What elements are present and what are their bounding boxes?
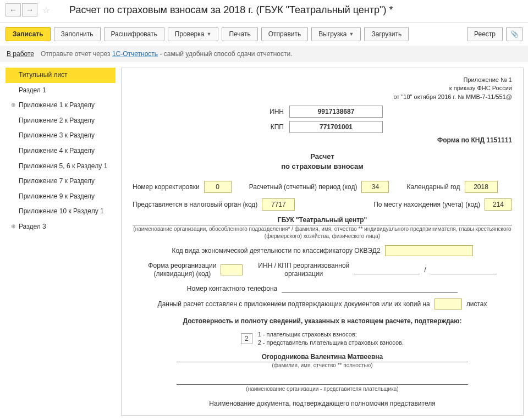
representative-org-input[interactable] xyxy=(177,376,468,385)
page-title: Расчет по страховым взносам за 2018 г. (… xyxy=(69,4,393,16)
period-label: Расчетный (отчетный) период (код) xyxy=(249,183,358,191)
sidebar-item[interactable]: Приложение 3 к Разделу xyxy=(6,128,116,143)
reorg-kpp-input[interactable] xyxy=(431,266,497,274)
phone-label: Номер контактного телефона xyxy=(187,285,277,292)
reorg-code-input[interactable] xyxy=(221,264,243,275)
year-label: Календарный год xyxy=(406,183,460,191)
sidebar-item-label: Приложение 3 к Разделу xyxy=(19,131,95,140)
check-button[interactable]: Проверка▼ xyxy=(168,27,219,41)
form-app-header: Приложение № 1 к приказу ФНС России от "… xyxy=(133,76,512,101)
fill-button[interactable]: Заполнить xyxy=(54,27,101,41)
sidebar-item-label: Раздел 1 xyxy=(19,86,46,95)
sidebar-item-label: Приложение 7 к Разделу xyxy=(19,177,95,186)
send-button[interactable]: Отправить xyxy=(261,27,309,41)
save-button[interactable]: Записать xyxy=(6,27,51,41)
sidebar-item-label: Приложение 1 к Разделу xyxy=(19,101,95,110)
location-input[interactable]: 214 xyxy=(485,198,512,211)
confirm-title: Достоверность и полноту сведений, указан… xyxy=(133,317,512,325)
chevron-down-icon: ▼ xyxy=(349,31,354,37)
sidebar-item[interactable]: ⊕Приложение 1 к Разделу xyxy=(6,98,116,113)
sidebar-item-label: Приложение 10 к Разделу 1 xyxy=(19,207,104,216)
kpp-label: КПП xyxy=(262,123,284,131)
back-button[interactable]: ← xyxy=(6,3,21,16)
status-suffix: - самый удобный способ сдачи отчетности. xyxy=(160,50,292,58)
org-hint: (наименование организации, обособленного… xyxy=(133,225,512,240)
signer-hint: (фамилия, имя, отчество ** полностью) xyxy=(133,362,512,368)
sidebar-item[interactable]: Приложение 10 к Разделу 1 xyxy=(6,204,116,219)
decode-button[interactable]: Расшифровать xyxy=(104,27,164,41)
sidebar-item[interactable]: Приложение 9 к Разделу xyxy=(6,189,116,205)
reorg-inn-input[interactable] xyxy=(354,266,420,274)
print-button[interactable]: Печать xyxy=(222,27,257,41)
sidebar-item[interactable]: ⊕Раздел 3 xyxy=(6,219,116,235)
sidebar-item[interactable]: Приложение 2 к Разделу xyxy=(6,113,116,129)
favorite-icon[interactable]: ☆ xyxy=(41,3,52,16)
sidebar-item[interactable]: Приложение 4 к Разделу xyxy=(6,143,116,159)
doc-label: Наименование документа, подтверждающего … xyxy=(133,400,512,407)
knd-code: Форма по КНД 1151111 xyxy=(133,136,512,144)
sidebar-item-label: Раздел 3 xyxy=(19,223,46,231)
import-button[interactable]: Загрузить xyxy=(364,27,409,41)
expand-icon: ⊕ xyxy=(11,223,16,230)
tax-org-input[interactable]: 7717 xyxy=(262,198,295,211)
location-label: По месту нахождения (учета) (код) xyxy=(373,201,480,208)
confirm-code[interactable]: 2 xyxy=(241,333,252,344)
year-input[interactable]: 2018 xyxy=(465,181,498,193)
org-name[interactable]: ГБУК "Театральный центр" xyxy=(133,216,512,225)
registry-button[interactable]: Реестр xyxy=(467,27,503,41)
kpp-value[interactable]: 771701001 xyxy=(289,121,383,133)
status-in-work[interactable]: В работе xyxy=(7,50,34,58)
attach-pages-input[interactable] xyxy=(435,299,462,310)
phone-input[interactable] xyxy=(282,284,458,293)
sidebar-item[interactable]: Титульный лист xyxy=(6,68,116,83)
sidebar: Титульный листРаздел 1⊕Приложение 1 к Ра… xyxy=(0,62,116,416)
sidebar-item-label: Приложения 5, 6 к Разделу 1 xyxy=(19,162,107,171)
sidebar-item-label: Приложение 4 к Разделу xyxy=(19,147,95,156)
attach-prefix: Данный расчет составлен с приложением по… xyxy=(158,300,430,308)
sidebar-item-label: Приложение 9 к Разделу xyxy=(19,192,95,201)
signer-name[interactable]: Огородникова Валентина Матвеевна xyxy=(177,353,468,362)
tax-org-label: Представляется в налоговый орган (код) xyxy=(133,201,257,208)
inn-label: ИНН xyxy=(262,108,284,115)
okved-label: Код вида экономической деятельности по к… xyxy=(172,247,380,255)
form-title: Расчет по страховым взносам xyxy=(133,152,512,172)
forward-button[interactable]: → xyxy=(22,3,37,16)
expand-icon: ⊕ xyxy=(11,101,16,108)
representative-hint: (наименование организации - представител… xyxy=(133,386,512,392)
paperclip-icon: 📎 xyxy=(510,30,519,38)
sidebar-item-label: Титульный лист xyxy=(19,71,68,80)
export-button[interactable]: Выгрузка▼ xyxy=(311,27,361,41)
period-input[interactable]: 34 xyxy=(361,181,389,193)
chevron-down-icon: ▼ xyxy=(206,31,211,37)
status-prefix: Отправьте отчет через xyxy=(41,50,111,58)
form-content: Приложение № 1 к приказу ФНС России от "… xyxy=(121,68,524,416)
correction-input[interactable]: 0 xyxy=(204,181,232,193)
sidebar-item-label: Приложение 2 к Разделу xyxy=(19,117,95,125)
sidebar-item[interactable]: Раздел 1 xyxy=(6,83,116,98)
sidebar-item[interactable]: Приложение 7 к Разделу xyxy=(6,174,116,189)
okved-input[interactable] xyxy=(385,245,473,256)
inn-value[interactable]: 9917138687 xyxy=(289,106,383,118)
status-link-1c[interactable]: 1С-Отчетность xyxy=(112,50,158,58)
correction-label: Номер корректировки xyxy=(133,183,200,191)
attachment-button[interactable]: 📎 xyxy=(506,27,522,41)
sidebar-item[interactable]: Приложения 5, 6 к Разделу 1 xyxy=(6,159,116,174)
attach-suffix: листах xyxy=(466,300,487,308)
